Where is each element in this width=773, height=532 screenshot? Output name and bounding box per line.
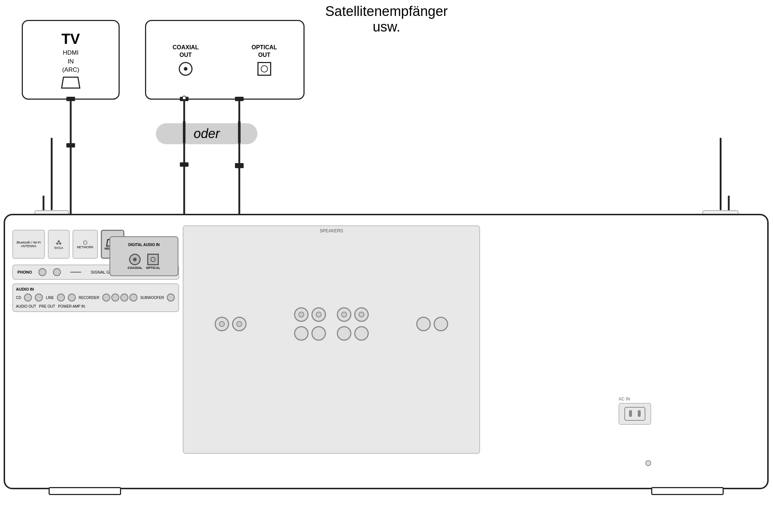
- hdmi-icon: [60, 74, 82, 89]
- line-r-jack: [68, 294, 76, 302]
- pre-out-label: PRE OUT: [39, 304, 55, 308]
- cd-l-jack: [24, 294, 32, 302]
- coaxial-connector: [179, 62, 193, 76]
- tv-hdmi-label: HDMIIN(ARC): [62, 49, 79, 74]
- speaker-terminals: [183, 233, 479, 415]
- speaker-terminal-11: [416, 317, 431, 331]
- phono-r-jack: [38, 268, 46, 276]
- network-port: ⬡ NETWORK: [73, 230, 98, 259]
- speaker-terminal-8: [311, 326, 326, 341]
- panel-left: Bluetooth / Wi-FiANTENNA ⁂ 5V/1A ⬡ NETWO…: [12, 226, 179, 480]
- speaker-terminal-3: [294, 307, 309, 322]
- optical-in-connector: [147, 254, 159, 265]
- svg-marker-0: [62, 77, 80, 88]
- ac-in-area: AC IN: [619, 396, 651, 425]
- digital-audio-label: DIGITAL AUDIO IN: [128, 243, 160, 247]
- sat-coaxial-port: COAXIALOUT: [173, 44, 199, 76]
- receiver-box: Bluetooth / Wi-FiANTENNA ⁂ 5V/1A ⬡ NETWO…: [4, 214, 769, 489]
- sat-coaxial-label: COAXIALOUT: [173, 44, 199, 59]
- audio-bottom-labels: AUDIO OUT PRE OUT POWER AMP IN: [16, 304, 175, 308]
- optical-connector: [257, 62, 271, 76]
- subwoofer-jack: [167, 294, 175, 302]
- coaxial-in-label: COAXIAL: [128, 266, 142, 270]
- sat-optical-port: OPTICALOUT: [252, 44, 277, 76]
- audio-in-header: AUDIO IN: [16, 287, 175, 291]
- svg-rect-28: [629, 410, 632, 417]
- speaker-terminal-2: [232, 317, 247, 331]
- line-l-jack: [57, 294, 65, 302]
- sat-optical-label: OPTICALOUT: [252, 44, 277, 59]
- speaker-terminal-6: [354, 307, 369, 322]
- title-line2: usw.: [325, 19, 448, 35]
- left-antenna-pole: [51, 138, 53, 210]
- right-antenna-pole: [720, 138, 722, 210]
- subwoofer-label: SUBWOOFER: [140, 296, 164, 300]
- speaker-terminal-7: [294, 326, 309, 341]
- coaxial-in-connector: [129, 254, 141, 265]
- bluetooth-wifi-left-port: Bluetooth / Wi-FiANTENNA: [12, 230, 45, 259]
- power-amp-in-label: POWER AMP IN: [58, 304, 85, 308]
- tv-box: TV HDMIIN(ARC): [22, 20, 120, 100]
- speaker-terminal-1: [215, 317, 229, 331]
- tv-label: TV: [61, 31, 80, 47]
- optical-in-label: OPTICAL: [146, 266, 161, 270]
- speaker-terminal-5: [337, 307, 351, 322]
- speakers-section: SPEAKERS: [183, 225, 480, 454]
- satellite-box: COAXIALOUT OPTICALOUT: [145, 20, 305, 100]
- audio-in-section: AUDIO IN CD LINE RECORDER: [12, 283, 179, 312]
- oder-label: oder: [194, 126, 220, 141]
- diagram-container: Satellitenempfänger usw. TV HDMIIN(ARC) …: [0, 0, 773, 532]
- speaker-center: [294, 307, 369, 341]
- usb-port: ⁂ 5V/1A: [48, 230, 70, 259]
- svg-rect-16: [235, 163, 244, 168]
- recorder-jacks: [102, 294, 137, 302]
- optical-in-port: OPTICAL: [146, 254, 161, 270]
- title-area: Satellitenempfänger usw.: [325, 4, 448, 35]
- speaker-terminal-4: [311, 307, 326, 322]
- digital-audio-ports-row: COAXIAL OPTICAL: [128, 254, 160, 270]
- coaxial-in-port: COAXIAL: [128, 254, 142, 270]
- audio-in-ports: CD LINE RECORDER SUBWOOFER: [16, 294, 175, 302]
- oder-pill: oder: [156, 123, 257, 144]
- line-label: LINE: [46, 296, 54, 300]
- speaker-right-row1: [416, 317, 448, 331]
- title-line1: Satellitenempfänger: [325, 4, 448, 19]
- cd-r-jack: [35, 294, 43, 302]
- ac-in-port: [619, 403, 651, 425]
- speaker-terminal-9: [337, 326, 351, 341]
- speaker-right-group: [416, 317, 448, 331]
- recorder-label: RECORDER: [79, 296, 99, 300]
- audio-out-label: AUDIO OUT: [16, 304, 36, 308]
- receiver-foot-right: [651, 487, 724, 495]
- speaker-left-group: [215, 317, 247, 331]
- svg-rect-10: [180, 162, 189, 167]
- speakers-label: SPEAKERS: [183, 226, 479, 233]
- svg-rect-29: [638, 410, 641, 417]
- speaker-terminal-10: [354, 326, 369, 341]
- top-connectors-row: Bluetooth / Wi-FiANTENNA ⁂ 5V/1A ⬡ NETWO…: [12, 230, 179, 259]
- power-indicator: [645, 460, 651, 466]
- phono-label: PHONO: [17, 270, 32, 274]
- speaker-terminal-12: [434, 317, 448, 331]
- phono-l-jack: [53, 268, 61, 276]
- receiver-foot-left: [49, 487, 121, 495]
- svg-rect-27: [625, 407, 645, 420]
- digital-audio-section: DIGITAL AUDIO IN COAXIAL: [109, 236, 178, 276]
- speaker-left-row1: [215, 317, 247, 331]
- phono-divider: [70, 272, 81, 273]
- cd-label: CD: [16, 296, 21, 300]
- ac-in-label: AC IN: [619, 396, 651, 402]
- power-socket-icon: [624, 407, 646, 421]
